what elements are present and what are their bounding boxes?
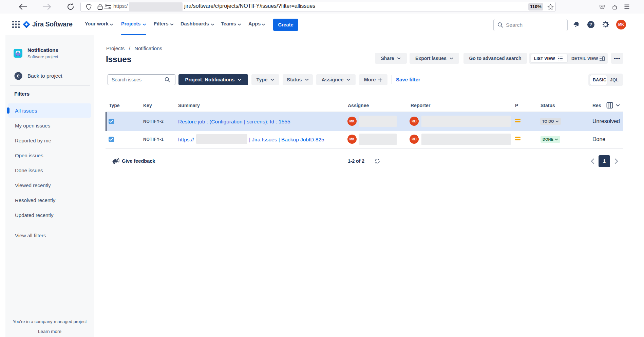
svg-text:?: ? xyxy=(589,22,592,27)
